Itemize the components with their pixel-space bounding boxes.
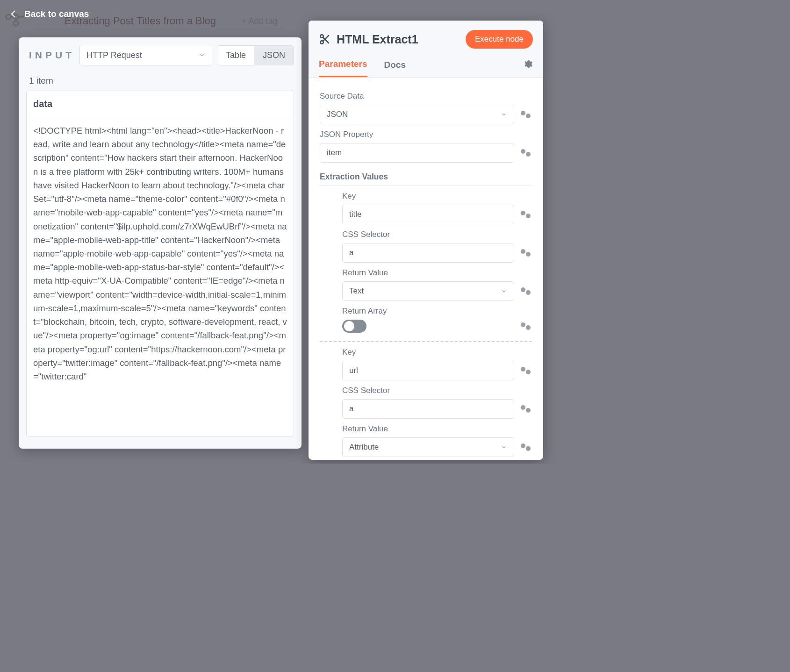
back-to-canvas-link[interactable]: Back to canvas — [24, 9, 89, 19]
view-json-button[interactable]: JSON — [254, 46, 294, 65]
label-source-data: Source Data — [320, 92, 532, 101]
svg-point-25 — [526, 408, 531, 413]
data-column-header: data — [27, 91, 294, 117]
svg-point-27 — [526, 446, 531, 451]
svg-point-7 — [320, 41, 323, 44]
chevron-down-icon — [501, 444, 507, 450]
execute-node-button[interactable]: Execute node — [466, 30, 533, 49]
svg-point-23 — [526, 370, 531, 374]
svg-point-15 — [526, 214, 531, 218]
label-return-array: Return Array — [342, 307, 532, 316]
extraction-item: Key CSS Selector Return Value Text Retur… — [320, 192, 532, 333]
svg-point-22 — [521, 367, 525, 372]
data-cell: <!DOCTYPE html><html lang="en"><head><ti… — [27, 117, 294, 390]
svg-point-6 — [320, 35, 323, 38]
svg-point-14 — [521, 211, 525, 215]
svg-point-20 — [521, 322, 525, 327]
label-css-selector: CSS Selector — [342, 386, 532, 395]
param-options-icon[interactable] — [520, 210, 532, 219]
view-table-button[interactable]: Table — [217, 46, 254, 65]
add-tag-button[interactable]: + Add tag — [242, 16, 278, 26]
return-value-text: Attribute — [349, 443, 379, 452]
param-options-icon[interactable] — [520, 248, 532, 257]
param-options-icon[interactable] — [520, 443, 532, 452]
label-return-value: Return Value — [342, 424, 532, 434]
css-selector-input[interactable] — [342, 399, 514, 419]
item-count: 1 item — [19, 65, 302, 91]
input-panel: INPUT HTTP Request Table JSON 1 item dat… — [19, 37, 302, 449]
svg-point-13 — [526, 152, 531, 157]
view-toggle: Table JSON — [217, 45, 294, 65]
label-json-property: JSON Property — [320, 130, 532, 139]
label-key: Key — [342, 192, 532, 201]
json-property-input[interactable] — [320, 143, 514, 163]
tab-docs[interactable]: Docs — [384, 53, 406, 77]
chevron-down-icon — [199, 52, 205, 58]
key-input[interactable] — [342, 205, 514, 224]
return-value-select[interactable]: Text — [342, 281, 514, 301]
source-data-value: JSON — [327, 110, 348, 119]
svg-point-26 — [521, 443, 525, 448]
chevron-down-icon — [501, 288, 507, 294]
svg-point-19 — [526, 290, 531, 295]
data-table: data <!DOCTYPE html><html lang="en"><hea… — [26, 91, 294, 436]
svg-point-18 — [521, 287, 525, 292]
input-label: INPUT — [29, 50, 75, 61]
input-source-dropdown[interactable]: HTTP Request — [79, 45, 212, 65]
svg-point-16 — [521, 249, 525, 254]
extraction-item: Key CSS Selector Return Value Attribute — [320, 348, 532, 457]
label-key: Key — [342, 348, 532, 357]
node-settings-panel: HTML Extract1 Execute node Parameters Do… — [309, 21, 543, 460]
param-options-icon[interactable] — [520, 110, 532, 119]
extraction-divider — [320, 341, 532, 342]
key-input[interactable] — [342, 361, 514, 380]
tab-parameters[interactable]: Parameters — [319, 52, 367, 77]
svg-point-11 — [526, 114, 531, 118]
svg-point-24 — [521, 405, 525, 410]
svg-point-10 — [521, 111, 525, 115]
svg-point-17 — [526, 252, 531, 257]
param-options-icon[interactable] — [520, 286, 532, 296]
param-options-icon[interactable] — [520, 404, 532, 414]
node-title: HTML Extract1 — [337, 33, 466, 46]
source-data-select[interactable]: JSON — [320, 105, 514, 124]
back-arrow-icon[interactable] — [6, 6, 22, 22]
param-options-icon[interactable] — [520, 366, 532, 375]
label-extraction-values: Extraction Values — [320, 172, 532, 186]
chevron-down-icon — [501, 111, 507, 118]
label-return-value: Return Value — [342, 268, 532, 278]
input-source-value: HTTP Request — [86, 50, 142, 60]
return-value-select[interactable]: Attribute — [342, 437, 514, 457]
return-array-toggle[interactable] — [342, 320, 366, 333]
param-options-icon[interactable] — [520, 148, 532, 157]
svg-point-21 — [526, 325, 531, 330]
scissors-icon — [319, 33, 331, 45]
return-value-text: Text — [349, 286, 364, 296]
css-selector-input[interactable] — [342, 243, 514, 263]
param-options-icon[interactable] — [520, 322, 532, 331]
svg-point-12 — [521, 149, 525, 154]
label-css-selector: CSS Selector — [342, 230, 532, 239]
settings-gear-icon[interactable] — [524, 59, 533, 71]
